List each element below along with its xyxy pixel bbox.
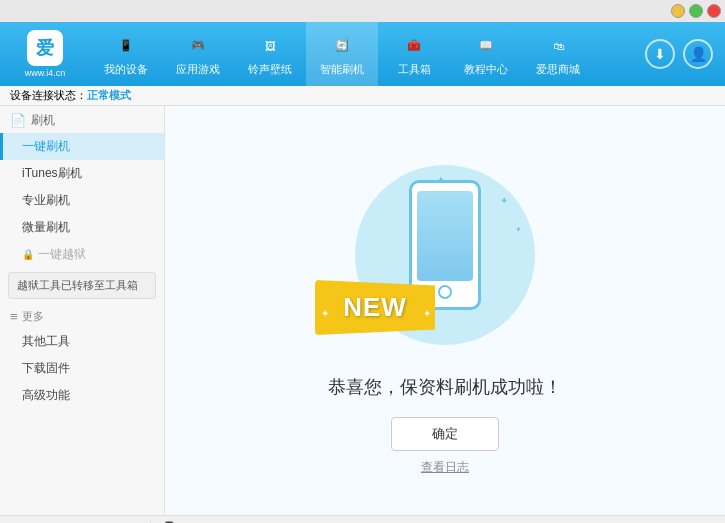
banner-text: NEW	[343, 292, 407, 323]
smart-flash-icon: 🔄	[328, 32, 356, 60]
connection-status-bar: 设备连接状态： 正常模式	[0, 86, 725, 106]
phone-screen	[417, 191, 473, 281]
banner-star-left: ✦	[321, 308, 329, 319]
nav-smart-flash[interactable]: 🔄 智能刷机	[306, 22, 378, 86]
sparkle-2: ✦	[500, 195, 508, 206]
main-layout: 📄 刷机 一键刷机 iTunes刷机 专业刷机 微量刷机 🔒 一键越狱 越狱工具…	[0, 106, 725, 515]
header-right: ⬇ 👤	[645, 39, 725, 69]
logo-url: www.i4.cn	[25, 68, 66, 78]
sparkle-3: ✦	[515, 225, 522, 234]
more-section-icon: ≡	[10, 309, 18, 324]
title-bar	[0, 0, 725, 22]
tutorial-icon: 📖	[472, 32, 500, 60]
nav-toolbox-label: 工具箱	[398, 62, 431, 77]
sidebar-item-other-tools[interactable]: 其他工具	[0, 328, 164, 355]
nav-wallpaper-label: 铃声壁纸	[248, 62, 292, 77]
sidebar-jailbreak-locked: 🔒 一键越狱	[0, 241, 164, 268]
footer: ✓ 自动敢送 ✓ 跳过向导 📱 iPhone 12 mini 64GB Down…	[0, 515, 725, 523]
sidebar: 📄 刷机 一键刷机 iTunes刷机 专业刷机 微量刷机 🔒 一键越狱 越狱工具…	[0, 106, 165, 515]
download-button[interactable]: ⬇	[645, 39, 675, 69]
nav-toolbox[interactable]: 🧰 工具箱	[378, 22, 450, 86]
sidebar-info-box: 越狱工具已转移至工具箱	[8, 272, 156, 299]
logo[interactable]: 爱 www.i4.cn	[0, 30, 90, 78]
nav-my-device[interactable]: 📱 我的设备	[90, 22, 162, 86]
success-message: 恭喜您，保资料刷机成功啦！	[328, 375, 562, 399]
flash-section-label: 刷机	[31, 112, 55, 129]
goto-daily-link[interactable]: 查看日志	[421, 459, 469, 476]
confirm-button[interactable]: 确定	[391, 417, 499, 451]
connection-status: 正常模式	[87, 88, 131, 103]
nav-apps-games-label: 应用游戏	[176, 62, 220, 77]
footer-upper: ✓ 自动敢送 ✓ 跳过向导 📱 iPhone 12 mini 64GB Down…	[0, 516, 725, 523]
logo-icon: 爱	[27, 30, 63, 66]
mall-icon: 🛍	[544, 32, 572, 60]
sidebar-section-flash: 📄 刷机	[0, 106, 164, 133]
nav-wallpaper[interactable]: 🖼 铃声壁纸	[234, 22, 306, 86]
flash-section-icon: 📄	[10, 113, 26, 128]
sidebar-item-advanced[interactable]: 高级功能	[0, 382, 164, 409]
wallpaper-icon: 🖼	[256, 32, 284, 60]
lock-icon: 🔒	[22, 249, 34, 260]
user-button[interactable]: 👤	[683, 39, 713, 69]
content-area: ✦ ✦ ✦ ✧ NEW ✦ ✦ 恭喜您，保资料刷机成功啦！ 确定 查看日志	[165, 106, 725, 515]
header: 爱 www.i4.cn 📱 我的设备 🎮 应用游戏 🖼 铃声壁纸 🔄 智能刷机 …	[0, 22, 725, 86]
nav-mall-label: 爱思商城	[536, 62, 580, 77]
nav-mall[interactable]: 🛍 爱思商城	[522, 22, 594, 86]
nav-tutorial-label: 教程中心	[464, 62, 508, 77]
nav-tutorial[interactable]: 📖 教程中心	[450, 22, 522, 86]
nav-items: 📱 我的设备 🎮 应用游戏 🖼 铃声壁纸 🔄 智能刷机 🧰 工具箱 📖 教程中心…	[90, 22, 645, 86]
sidebar-item-data-flash[interactable]: 微量刷机	[0, 214, 164, 241]
sidebar-item-itunes-flash[interactable]: iTunes刷机	[0, 160, 164, 187]
sidebar-item-one-click-flash[interactable]: 一键刷机	[0, 133, 164, 160]
illus-banner: NEW	[315, 280, 435, 335]
toolbox-icon: 🧰	[400, 32, 428, 60]
connection-label: 设备连接状态：	[10, 88, 87, 103]
minimize-button[interactable]	[671, 4, 685, 18]
sidebar-item-download-firmware[interactable]: 下载固件	[0, 355, 164, 382]
success-illustration: ✦ ✦ ✦ ✧ NEW ✦ ✦	[305, 145, 585, 365]
nav-apps-games[interactable]: 🎮 应用游戏	[162, 22, 234, 86]
apps-games-icon: 🎮	[184, 32, 212, 60]
phone-home-button	[438, 285, 452, 299]
sidebar-section-more: ≡ 更多	[0, 303, 164, 328]
banner-star-right: ✦	[423, 308, 431, 319]
close-button[interactable]	[707, 4, 721, 18]
my-device-icon: 📱	[112, 32, 140, 60]
maximize-button[interactable]	[689, 4, 703, 18]
sidebar-item-pro-flash[interactable]: 专业刷机	[0, 187, 164, 214]
nav-smart-flash-label: 智能刷机	[320, 62, 364, 77]
nav-my-device-label: 我的设备	[104, 62, 148, 77]
